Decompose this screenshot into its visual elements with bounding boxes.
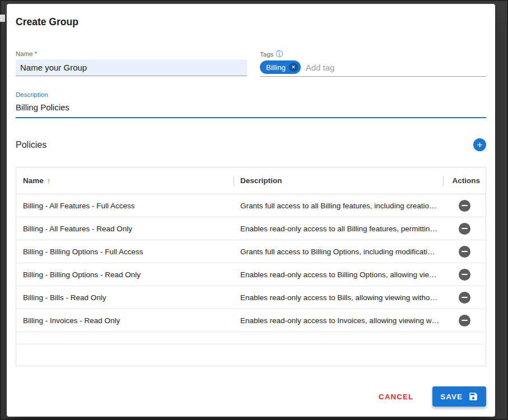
name-label: Name * bbox=[16, 50, 247, 57]
policy-row: Billing - All Features - Full Access Gra… bbox=[16, 194, 486, 217]
minus-icon bbox=[462, 320, 468, 321]
policies-heading: Policies bbox=[16, 140, 46, 150]
column-header-description[interactable]: Description bbox=[234, 167, 443, 194]
policy-description-cell: Enables read-only access to Bills, allow… bbox=[234, 293, 443, 302]
cancel-button[interactable]: CANCEL bbox=[376, 388, 416, 405]
remove-policy-button[interactable] bbox=[459, 223, 470, 235]
remove-policy-button[interactable] bbox=[459, 315, 470, 326]
policy-name-cell: Billing - Billing Options - Read Only bbox=[16, 270, 234, 279]
policy-description-cell: Grants full access to all Billing featur… bbox=[234, 202, 443, 210]
table-header-row: Name ↑ Description Actions bbox=[16, 167, 486, 194]
column-header-name-label: Name bbox=[23, 176, 44, 185]
table-body: Billing - All Features - Full Access Gra… bbox=[16, 194, 486, 332]
sort-ascending-icon: ↑ bbox=[47, 176, 51, 185]
policy-name-cell: Billing - All Features - Read Only bbox=[16, 225, 234, 233]
policy-description-cell: Enables read-only access to all Billing … bbox=[234, 225, 443, 233]
minus-icon bbox=[462, 297, 468, 298]
policy-name-cell: Billing - Billing Options - Full Access bbox=[16, 248, 234, 256]
save-floppy-icon bbox=[468, 391, 478, 402]
column-header-name[interactable]: Name ↑ bbox=[16, 167, 234, 194]
table-empty-row bbox=[16, 332, 486, 344]
policy-description-cell: Enables read-only access to Billing Opti… bbox=[234, 270, 443, 279]
policy-description-cell: Enables read-only access to Invoices, al… bbox=[234, 316, 443, 325]
remove-policy-button[interactable] bbox=[459, 200, 470, 212]
policy-description-cell: Grants full access to Billing Options, i… bbox=[234, 248, 443, 256]
policy-name-cell: Billing - All Features - Full Access bbox=[16, 202, 234, 210]
tag-chip-billing[interactable]: Billing ✕ bbox=[260, 60, 301, 74]
policy-row: Billing - Billing Options - Full Access … bbox=[16, 240, 486, 263]
tags-input-area[interactable]: Billing ✕ bbox=[260, 60, 486, 77]
save-button-label: SAVE bbox=[440, 393, 463, 401]
save-button[interactable]: SAVE bbox=[432, 386, 486, 407]
info-icon[interactable]: ⓘ bbox=[276, 50, 283, 58]
column-header-description-label: Description bbox=[240, 176, 282, 185]
tags-field: Tags ⓘ Billing ✕ bbox=[260, 50, 486, 77]
description-field: Description bbox=[16, 91, 486, 118]
group-name-input[interactable] bbox=[16, 59, 247, 76]
policy-row: Billing - Billing Options - Read Only En… bbox=[16, 263, 486, 286]
column-header-actions-label: Actions bbox=[452, 176, 480, 185]
tags-label: Tags bbox=[260, 51, 273, 58]
description-label: Description bbox=[16, 91, 486, 98]
remove-policy-button[interactable] bbox=[459, 246, 470, 258]
group-name-field: Name * bbox=[16, 50, 247, 77]
policies-section-header: Policies + bbox=[16, 138, 486, 151]
policy-name-cell: Billing - Invoices - Read Only bbox=[16, 316, 234, 325]
policy-name-cell: Billing - Bills - Read Only bbox=[16, 293, 234, 302]
dialog-footer: CANCEL SAVE bbox=[16, 381, 486, 410]
policy-row: Billing - Bills - Read Only Enables read… bbox=[16, 286, 486, 309]
minus-icon bbox=[462, 274, 468, 276]
background-page-edge bbox=[0, 15, 5, 22]
tag-chip-label: Billing bbox=[266, 63, 286, 72]
minus-icon bbox=[462, 251, 468, 253]
dialog-title: Create Group bbox=[16, 16, 486, 28]
form-row: Name * Tags ⓘ Billing ✕ bbox=[16, 50, 486, 77]
policy-row: Billing - All Features - Read Only Enabl… bbox=[16, 217, 486, 240]
remove-policy-button[interactable] bbox=[459, 292, 470, 304]
column-header-actions: Actions bbox=[443, 167, 486, 194]
policy-row: Billing - Invoices - Read Only Enables r… bbox=[16, 309, 486, 332]
minus-icon bbox=[462, 205, 468, 207]
add-tag-input[interactable] bbox=[306, 63, 486, 72]
remove-tag-icon[interactable]: ✕ bbox=[289, 63, 298, 72]
add-policy-button[interactable]: + bbox=[473, 138, 486, 151]
remove-policy-button[interactable] bbox=[459, 269, 470, 281]
minus-icon bbox=[462, 228, 468, 230]
create-group-dialog: Create Group Name * Tags ⓘ Billing ✕ Des… bbox=[7, 4, 495, 417]
description-input[interactable] bbox=[16, 100, 486, 118]
policies-table: Name ↑ Description Actions Billing - All… bbox=[16, 167, 486, 366]
